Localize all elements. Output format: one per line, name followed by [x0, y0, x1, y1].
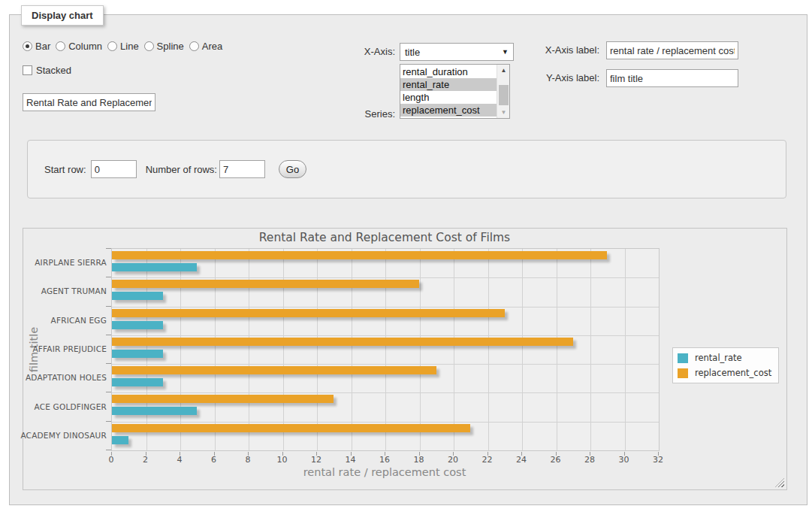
grid-line-v	[180, 249, 181, 450]
chart-legend: rental_ratereplacement_cost	[672, 347, 779, 383]
radio-column[interactable]: Column	[56, 41, 102, 52]
legend-label: rental_rate	[695, 353, 742, 363]
y-tick-label: ADAPTATION HOLES	[23, 363, 107, 392]
grid-line-h	[112, 277, 659, 278]
go-button[interactable]: Go	[279, 160, 306, 178]
x-tick-label: 28	[575, 455, 605, 465]
x-axis-select-label: X-Axis:	[364, 46, 395, 57]
grid-line-v	[215, 249, 216, 450]
legend-item: replacement_cost	[678, 368, 771, 378]
y-tick-mark	[106, 363, 111, 364]
grid-line-h	[112, 364, 659, 365]
grid-line-h	[112, 392, 659, 393]
radio-label: Spline	[157, 41, 184, 52]
x-tick-label: 24	[506, 455, 536, 465]
grid-line-v	[317, 249, 318, 450]
bar-replacement_cost	[112, 338, 573, 346]
series-option-rental_rate[interactable]: rental_rate	[400, 78, 497, 91]
y-tick-label: AFFAIR PREJUDICE	[23, 335, 107, 363]
grid-line-v	[625, 249, 626, 450]
x-axis-selected-value: title	[405, 47, 420, 58]
x-tick-label: 8	[233, 455, 263, 465]
radio-label: Line	[120, 41, 139, 52]
series-listbox[interactable]: rental_durationrental_ratelengthreplacem…	[400, 64, 510, 119]
grid-line-v	[283, 249, 284, 450]
page: Display chart BarColumnLineSplineArea St…	[0, 0, 812, 512]
bar-rental_rate	[112, 436, 128, 444]
legend-item: rental_rate	[678, 353, 771, 363]
y-tick-mark	[106, 306, 111, 307]
series-options: rental_durationrental_ratelengthreplacem…	[400, 65, 497, 117]
series-list-label: Series:	[365, 108, 395, 120]
stacked-checkbox[interactable]: Stacked	[23, 65, 71, 76]
bar-replacement_cost	[112, 366, 436, 374]
x-tick-label: 10	[267, 455, 297, 465]
chart-container: Rental Rate and Replacement Cost of Film…	[23, 228, 787, 490]
series-option-replacement_cost[interactable]: replacement_cost	[400, 104, 497, 117]
grid-line-v	[385, 249, 386, 450]
display-chart-fieldset: Display chart BarColumnLineSplineArea St…	[9, 14, 807, 505]
checkbox-icon[interactable]	[23, 65, 32, 75]
y-tick-mark	[106, 450, 111, 450]
num-rows-input[interactable]	[219, 160, 265, 178]
y-axis-label-input[interactable]	[606, 69, 738, 87]
y-tick-mark	[106, 392, 111, 392]
bar-rental_rate	[112, 350, 163, 358]
bar-rental_rate	[112, 378, 163, 386]
radio-area[interactable]: Area	[189, 41, 222, 52]
grid-line-v	[488, 249, 489, 450]
radio-icon[interactable]	[107, 41, 117, 51]
x-tick-label: 18	[404, 455, 434, 465]
radio-spline[interactable]: Spline	[144, 41, 184, 52]
x-tick-label: 30	[609, 455, 639, 465]
radio-icon[interactable]	[56, 41, 65, 51]
chart-title-input[interactable]	[23, 93, 155, 111]
grid-line-v	[557, 249, 557, 450]
x-axis-title: rental rate / replacement cost	[111, 466, 658, 478]
radio-icon[interactable]	[144, 41, 154, 51]
radio-line[interactable]: Line	[107, 41, 139, 52]
bar-rental_rate	[112, 407, 197, 415]
x-axis-select[interactable]: title ▼	[400, 43, 514, 61]
fieldset-legend: Display chart	[21, 5, 104, 26]
radio-bar[interactable]: Bar	[23, 41, 50, 52]
grid-line-v	[522, 249, 523, 450]
x-tick-label: 4	[165, 455, 195, 465]
radio-icon[interactable]	[23, 41, 32, 51]
x-tick-label: 22	[472, 455, 503, 465]
bar-rental_rate	[112, 292, 163, 300]
resize-handle-icon[interactable]	[775, 478, 784, 487]
grid-line-h	[112, 422, 659, 423]
series-option-length[interactable]: length	[400, 91, 497, 104]
num-rows-label: Number of rows:	[146, 164, 217, 175]
x-axis-label-field-label: X-Axis label:	[545, 44, 599, 56]
grid-line-v	[420, 249, 421, 450]
grid-line-v	[454, 249, 454, 450]
radio-icon[interactable]	[189, 41, 199, 51]
bar-replacement_cost	[112, 251, 607, 259]
grid-line-h	[112, 335, 659, 336]
y-tick-label: ACE GOLDFINGER	[23, 392, 107, 420]
series-option-rental_duration[interactable]: rental_duration	[400, 65, 497, 78]
legend-swatch	[678, 368, 688, 378]
y-axis-label-field-label: Y-Axis label:	[546, 72, 599, 83]
bar-replacement_cost	[112, 424, 470, 432]
y-tick-mark	[106, 277, 111, 277]
start-row-label: Start row:	[44, 164, 86, 175]
x-tick-label: 12	[301, 455, 331, 465]
chart-title: Rental Rate and Replacement Cost of Film…	[111, 231, 658, 244]
y-tick-label: AIRPLANE SIERRA	[23, 248, 107, 277]
grid-line-v	[249, 249, 249, 450]
scroll-down-icon[interactable]: ▼	[497, 107, 510, 118]
grid-line-v	[352, 249, 352, 450]
scrollbar-thumb[interactable]	[499, 85, 509, 105]
radio-label: Area	[202, 41, 222, 52]
x-tick-label: 2	[131, 455, 161, 465]
x-tick-label: 26	[541, 455, 571, 465]
scroll-up-icon[interactable]: ▲	[497, 65, 510, 76]
bar-replacement_cost	[112, 280, 419, 288]
start-row-input[interactable]	[91, 160, 137, 178]
x-axis-label-input[interactable]	[606, 41, 738, 59]
series-scrollbar[interactable]: ▲ ▼	[497, 65, 509, 118]
row-range-panel: Start row: Number of rows: Go	[27, 140, 786, 198]
